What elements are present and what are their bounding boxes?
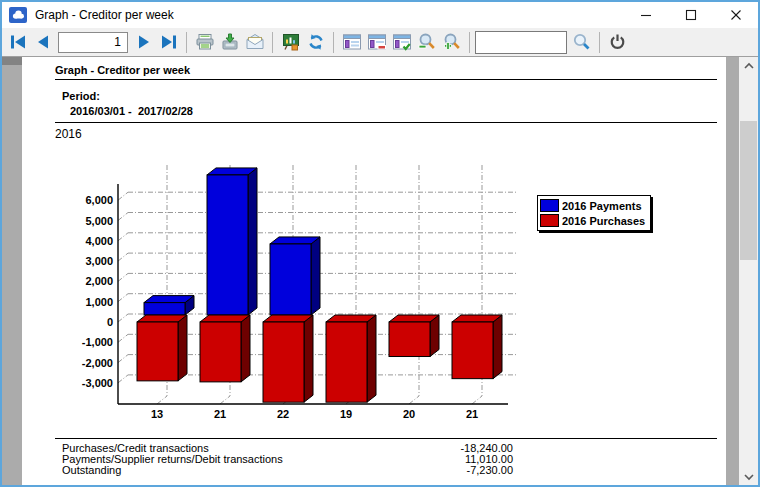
search-button[interactable] bbox=[569, 30, 594, 55]
export-icon bbox=[220, 32, 240, 52]
svg-text:22: 22 bbox=[277, 408, 289, 420]
svg-text:13: 13 bbox=[151, 408, 163, 420]
maximize-button[interactable] bbox=[668, 2, 713, 28]
first-page-icon bbox=[8, 32, 28, 52]
next-page-icon bbox=[134, 32, 154, 52]
svg-text:21: 21 bbox=[466, 408, 478, 420]
page-number-input[interactable] bbox=[58, 32, 128, 53]
svg-text:4,000: 4,000 bbox=[85, 235, 113, 247]
close-button[interactable] bbox=[713, 2, 758, 28]
page-shadow bbox=[2, 57, 22, 65]
vertical-scrollbar[interactable] bbox=[739, 57, 758, 485]
toolbar-separator bbox=[186, 32, 187, 53]
svg-text:2,000: 2,000 bbox=[85, 275, 113, 287]
zoom-out-icon bbox=[417, 32, 437, 52]
zoom-in-icon bbox=[442, 32, 462, 52]
last-page-icon bbox=[159, 32, 179, 52]
svg-text:20: 20 bbox=[403, 408, 415, 420]
svg-text:21: 21 bbox=[214, 408, 226, 420]
report-page: Graph - Creditor per week Period: 2016/0… bbox=[22, 57, 726, 485]
refresh-button[interactable] bbox=[303, 30, 328, 55]
search-icon bbox=[572, 32, 592, 52]
app-window: Graph - Creditor per week bbox=[0, 0, 760, 487]
power-icon bbox=[608, 32, 628, 52]
window-layout-button[interactable] bbox=[339, 30, 364, 55]
previous-page-button[interactable] bbox=[30, 30, 55, 55]
svg-text:1,000: 1,000 bbox=[85, 296, 113, 308]
chart-design-icon bbox=[281, 32, 301, 52]
email-button[interactable] bbox=[242, 30, 267, 55]
power-button[interactable] bbox=[605, 30, 630, 55]
svg-text:-1,000: -1,000 bbox=[82, 336, 113, 348]
last-page-button[interactable] bbox=[156, 30, 181, 55]
search-input[interactable] bbox=[475, 31, 567, 54]
legend-label: 2016 Payments bbox=[562, 200, 642, 212]
svg-text:19: 19 bbox=[340, 408, 352, 420]
chart-canvas: 6,0005,0004,0003,0002,0001,0000-1,000-2,… bbox=[22, 57, 726, 485]
title-bar: Graph - Creditor per week bbox=[2, 2, 758, 28]
summary-label: Outstanding bbox=[62, 465, 121, 476]
legend-swatch-purchases bbox=[540, 214, 559, 227]
window-layout-check-icon bbox=[392, 33, 412, 51]
minimize-icon bbox=[640, 9, 652, 21]
zoom-in-button[interactable] bbox=[439, 30, 464, 55]
chevron-down-icon bbox=[743, 473, 755, 481]
toolbar-separator bbox=[599, 32, 600, 53]
toolbar-separator bbox=[272, 32, 273, 53]
window-layout-icon bbox=[342, 33, 362, 51]
toolbar bbox=[2, 28, 758, 57]
preview-area: Graph - Creditor per week Period: 2016/0… bbox=[2, 57, 758, 485]
toolbar-separator bbox=[333, 32, 334, 53]
refresh-icon bbox=[306, 32, 326, 52]
maximize-icon bbox=[685, 9, 697, 21]
close-icon bbox=[730, 9, 742, 21]
next-page-button[interactable] bbox=[131, 30, 156, 55]
scrollbar-thumb[interactable] bbox=[740, 121, 757, 260]
window-layout-remove-icon bbox=[367, 33, 387, 51]
chart-legend: 2016 Payments 2016 Purchases bbox=[537, 195, 651, 231]
export-button[interactable] bbox=[217, 30, 242, 55]
summary-divider bbox=[55, 438, 717, 439]
scroll-down-button[interactable] bbox=[739, 468, 758, 485]
printer-icon bbox=[195, 32, 215, 52]
svg-text:3,000: 3,000 bbox=[85, 255, 113, 267]
chevron-up-icon bbox=[743, 62, 755, 70]
window-layout-remove-button[interactable] bbox=[364, 30, 389, 55]
legend-item: 2016 Purchases bbox=[540, 213, 645, 228]
chart-design-button[interactable] bbox=[278, 30, 303, 55]
print-button[interactable] bbox=[192, 30, 217, 55]
svg-text:-3,000: -3,000 bbox=[82, 377, 113, 389]
zoom-out-button[interactable] bbox=[414, 30, 439, 55]
svg-text:6,000: 6,000 bbox=[85, 194, 113, 206]
previous-page-icon bbox=[33, 32, 53, 52]
toolbar-separator bbox=[469, 32, 470, 53]
svg-text:-2,000: -2,000 bbox=[82, 357, 113, 369]
legend-label: 2016 Purchases bbox=[562, 215, 645, 227]
minimize-button[interactable] bbox=[623, 2, 668, 28]
first-page-button[interactable] bbox=[5, 30, 30, 55]
summary-value: -7,230.00 bbox=[372, 465, 513, 476]
email-icon bbox=[245, 32, 265, 52]
window-title: Graph - Creditor per week bbox=[35, 8, 623, 22]
svg-text:5,000: 5,000 bbox=[85, 215, 113, 227]
legend-swatch-payments bbox=[540, 199, 559, 212]
scroll-up-button[interactable] bbox=[739, 57, 758, 74]
legend-item: 2016 Payments bbox=[540, 198, 645, 213]
app-icon bbox=[9, 7, 27, 23]
svg-text:0: 0 bbox=[107, 316, 113, 328]
window-layout-check-button[interactable] bbox=[389, 30, 414, 55]
